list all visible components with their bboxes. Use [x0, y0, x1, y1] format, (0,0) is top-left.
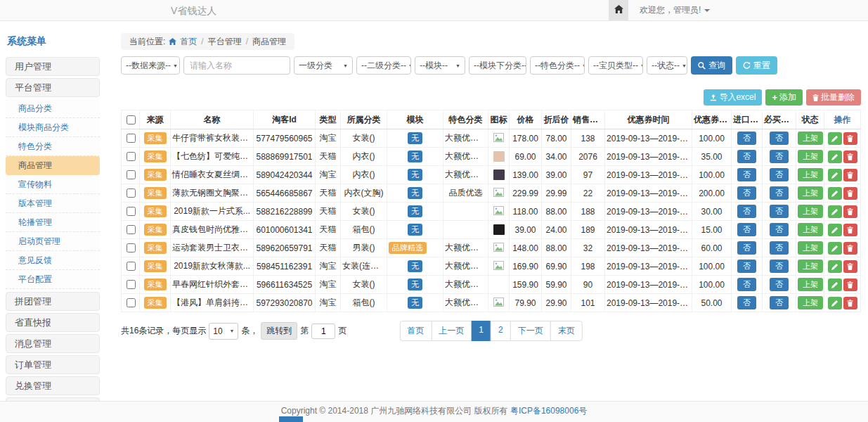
search-button[interactable]: 查询 — [691, 56, 732, 75]
status-badge[interactable]: 上架 — [798, 241, 823, 255]
edit-button[interactable] — [828, 279, 842, 291]
edit-button[interactable] — [828, 151, 842, 163]
row-checkbox[interactable] — [127, 170, 136, 179]
sidebar-subitem[interactable]: 模块商品分类 — [6, 118, 100, 137]
row-checkbox[interactable] — [127, 207, 136, 216]
breadcrumb-link[interactable]: 首页 — [180, 36, 197, 48]
filter-select[interactable]: 一级分类▼ — [294, 56, 353, 75]
sidebar-subitem[interactable]: 意见反馈 — [6, 251, 100, 270]
page-button[interactable]: 末页 — [550, 321, 583, 341]
sidebar-group[interactable]: 订单管理 — [6, 355, 100, 374]
status-badge[interactable]: 上架 — [798, 186, 823, 200]
must-buy-toggle[interactable]: 否 — [770, 260, 789, 273]
home-button[interactable] — [609, 0, 628, 20]
must-buy-toggle[interactable]: 否 — [770, 150, 789, 163]
row-checkbox[interactable] — [127, 280, 136, 289]
delete-row-button[interactable] — [843, 224, 857, 236]
row-checkbox[interactable] — [127, 152, 136, 161]
status-badge[interactable]: 上架 — [798, 223, 823, 236]
delete-row-button[interactable] — [843, 151, 857, 163]
row-checkbox[interactable] — [127, 225, 136, 234]
sidebar-subitem[interactable]: 宣传物料 — [6, 175, 100, 194]
must-buy-toggle[interactable]: 否 — [770, 241, 789, 255]
user-menu[interactable]: 欢迎您，管理员! — [640, 4, 710, 16]
delete-row-button[interactable] — [843, 260, 857, 273]
sidebar-group[interactable]: 兑换管理 — [6, 376, 100, 395]
page-button[interactable]: 下一页 — [510, 321, 551, 341]
sidebar-subitem[interactable]: 商品分类 — [6, 99, 100, 118]
import-select-toggle[interactable]: 否 — [737, 278, 756, 291]
sidebar-subitem[interactable]: 启动页管理 — [6, 232, 100, 251]
edit-button[interactable] — [828, 187, 842, 200]
must-buy-toggle[interactable]: 否 — [770, 296, 789, 309]
delete-row-button[interactable] — [843, 132, 857, 145]
row-checkbox[interactable] — [127, 188, 136, 198]
filter-select[interactable]: --状态--▼ — [647, 56, 687, 75]
icp-link[interactable]: 粤ICP备16098006号 — [510, 406, 587, 416]
must-buy-toggle[interactable]: 否 — [770, 186, 789, 200]
filter-select[interactable]: --数据来源--▼ — [121, 56, 180, 75]
status-badge[interactable]: 上架 — [798, 150, 823, 163]
filter-select[interactable]: --二级分类--▼ — [356, 56, 411, 75]
import-select-toggle[interactable]: 否 — [737, 205, 756, 218]
per-page-select[interactable]: 10 ▼ — [209, 323, 238, 340]
must-buy-toggle[interactable]: 否 — [770, 223, 789, 236]
filter-select[interactable]: --模块下分类--▼ — [469, 56, 526, 75]
import-select-toggle[interactable]: 否 — [737, 168, 756, 181]
edit-button[interactable] — [828, 224, 842, 236]
import-select-toggle[interactable]: 否 — [737, 186, 756, 200]
edit-button[interactable] — [828, 205, 842, 218]
edit-button[interactable] — [828, 169, 842, 181]
row-checkbox[interactable] — [127, 262, 136, 271]
sidebar-group[interactable]: 平台管理 — [6, 78, 100, 97]
import-select-toggle[interactable]: 否 — [737, 241, 756, 255]
import-select-toggle[interactable]: 否 — [737, 223, 756, 236]
page-button[interactable]: 2 — [491, 321, 511, 341]
page-number-input[interactable] — [311, 324, 335, 339]
select-all-checkbox[interactable] — [127, 115, 136, 124]
status-badge[interactable]: 上架 — [798, 205, 823, 218]
sidebar-subitem[interactable]: 轮播管理 — [6, 213, 100, 232]
import-select-toggle[interactable]: 否 — [737, 296, 756, 309]
edit-button[interactable] — [828, 242, 842, 255]
delete-row-button[interactable] — [843, 279, 857, 291]
sidebar-subitem[interactable]: 平台配置 — [6, 270, 100, 289]
import-select-toggle[interactable]: 否 — [737, 260, 756, 273]
filter-select[interactable]: --宝贝类型--▼ — [588, 56, 643, 75]
must-buy-toggle[interactable]: 否 — [770, 168, 789, 181]
page-button[interactable]: 首页 — [399, 321, 432, 341]
page-button[interactable]: 1 — [471, 321, 491, 341]
sidebar-group[interactable]: 省直快报 — [6, 313, 100, 332]
status-badge[interactable]: 上架 — [798, 132, 823, 145]
status-badge[interactable]: 上架 — [798, 168, 823, 181]
filter-select[interactable]: --特色分类--▼ — [530, 56, 585, 75]
filter-select[interactable]: --模块--▼ — [415, 56, 465, 75]
import-excel-button[interactable]: 导入excel — [704, 89, 762, 106]
sidebar-subitem[interactable]: 特色分类 — [6, 137, 100, 156]
edit-button[interactable] — [828, 132, 842, 145]
status-badge[interactable]: 上架 — [798, 296, 823, 309]
add-button[interactable]: + 添加 — [765, 89, 803, 106]
edit-button[interactable] — [828, 297, 842, 309]
delete-row-button[interactable] — [843, 242, 857, 255]
sidebar-subitem[interactable]: 商品管理 — [6, 156, 100, 175]
row-checkbox[interactable] — [127, 134, 136, 143]
batch-delete-button[interactable]: 批量删除 — [806, 89, 861, 106]
row-checkbox[interactable] — [127, 243, 136, 252]
row-checkbox[interactable] — [127, 298, 136, 307]
page-button[interactable]: 上一页 — [431, 321, 472, 341]
delete-row-button[interactable] — [843, 297, 857, 309]
name-search-input[interactable] — [183, 56, 290, 75]
sidebar-group[interactable]: 拼团管理 — [6, 292, 100, 311]
reset-button[interactable]: 重置 — [736, 56, 777, 75]
edit-button[interactable] — [828, 260, 842, 273]
import-select-toggle[interactable]: 否 — [737, 132, 756, 145]
must-buy-toggle[interactable]: 否 — [770, 278, 789, 291]
delete-row-button[interactable] — [843, 205, 857, 218]
delete-row-button[interactable] — [843, 169, 857, 181]
jump-button[interactable]: 跳转到 — [261, 322, 297, 340]
delete-row-button[interactable] — [843, 187, 857, 200]
status-badge[interactable]: 上架 — [798, 260, 823, 273]
must-buy-toggle[interactable]: 否 — [770, 205, 789, 218]
sidebar-group[interactable]: 消息管理 — [6, 334, 100, 353]
